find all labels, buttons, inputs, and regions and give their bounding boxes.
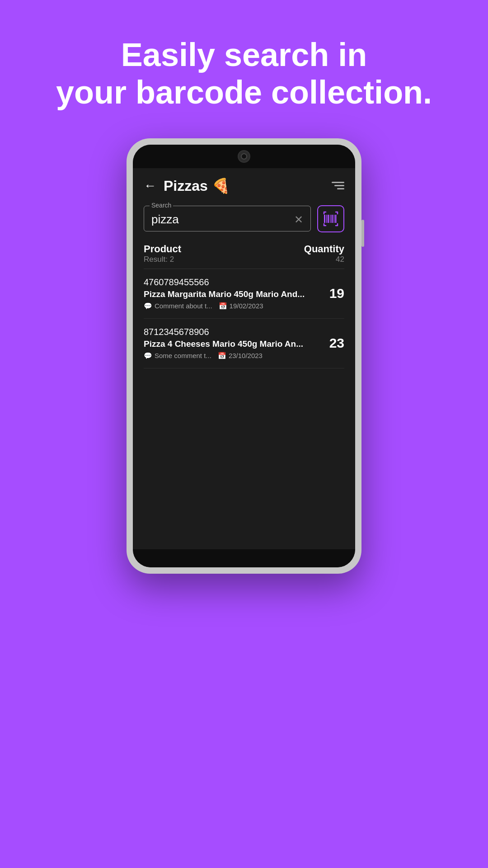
product-list: 4760789455566 Pizza Margarita Mario 450g…	[144, 269, 344, 368]
phone-screen: ← Pizzas 🍕 Search pizza ✕	[133, 145, 355, 567]
filter-line-3	[337, 188, 344, 189]
app-content: ← Pizzas 🍕 Search pizza ✕	[133, 168, 355, 377]
product-col-sub: Result: 2	[144, 255, 304, 264]
product-qty-1: 19	[317, 286, 344, 301]
table-header: Product Result: 2 Quantity 42	[144, 243, 344, 269]
front-camera	[238, 150, 250, 163]
phone-mockup: ← Pizzas 🍕 Search pizza ✕	[127, 138, 361, 574]
table-row[interactable]: 8712345678906 Pizza 4 Cheeses Mario 450g…	[144, 319, 344, 368]
svg-rect-1	[326, 215, 327, 223]
col-qty-header: Quantity 42	[304, 243, 344, 264]
filter-line-2	[334, 185, 344, 186]
hero-title: Easily search in your barcode collection…	[29, 36, 459, 111]
comment-icon-2: 💬	[144, 352, 152, 360]
bottom-bar	[133, 549, 355, 567]
phone-side-button	[361, 220, 364, 247]
search-input[interactable]: pizza	[151, 212, 179, 226]
barcode-number-1: 4760789455566	[144, 277, 310, 288]
calendar-icon-2: 📅	[218, 352, 226, 360]
app-header: ← Pizzas 🍕	[144, 177, 344, 194]
search-field-wrapper: Search pizza ✕	[144, 206, 311, 231]
svg-rect-3	[330, 215, 331, 223]
product-name-1: Pizza Margarita Mario 450g Mario And...	[144, 289, 310, 299]
col-product-header: Product Result: 2	[144, 243, 304, 264]
empty-area	[133, 377, 355, 549]
svg-rect-6	[335, 215, 337, 223]
header-left: ← Pizzas 🍕	[144, 177, 230, 194]
search-label: Search	[150, 202, 173, 209]
comment-icon-1: 💬	[144, 302, 152, 310]
product-col-label: Product	[144, 243, 304, 255]
calendar-icon-1: 📅	[219, 302, 227, 310]
date-text-1: 19/02/2023	[230, 302, 263, 310]
date-meta-2: 📅 23/10/2023	[218, 352, 263, 360]
date-meta-1: 📅 19/02/2023	[219, 302, 263, 310]
barcode-number-2: 8712345678906	[144, 327, 310, 337]
hero-title-line2: your barcode collection.	[56, 74, 432, 110]
barcode-scan-icon	[323, 211, 338, 226]
clear-search-button[interactable]: ✕	[294, 213, 303, 226]
page-title: Pizzas 🍕	[164, 177, 230, 194]
qty-col-label: Quantity	[304, 243, 344, 255]
search-input-row: pizza ✕	[151, 212, 303, 226]
svg-rect-2	[328, 215, 329, 223]
search-section: Search pizza ✕	[144, 205, 344, 232]
product-qty-2: 23	[317, 335, 344, 351]
filter-line-1	[332, 182, 344, 183]
product-name-2: Pizza 4 Cheeses Mario 450g Mario An...	[144, 339, 310, 349]
camera-lens	[241, 153, 247, 160]
product-info-2: 8712345678906 Pizza 4 Cheeses Mario 450g…	[144, 327, 317, 360]
back-button[interactable]: ←	[144, 179, 156, 193]
svg-rect-0	[324, 215, 325, 223]
notch-bar	[133, 145, 355, 168]
table-row[interactable]: 4760789455566 Pizza Margarita Mario 450g…	[144, 269, 344, 319]
product-meta-2: 💬 Some comment t... 📅 23/10/2023	[144, 352, 310, 360]
svg-rect-4	[332, 215, 333, 223]
product-meta-1: 💬 Comment about t... 📅 19/02/2023	[144, 302, 310, 310]
svg-rect-5	[334, 215, 335, 223]
comment-text-1: Comment about t...	[155, 302, 212, 310]
hero-title-line1: Easily search in	[121, 37, 367, 73]
comment-meta-2: 💬 Some comment t...	[144, 352, 211, 360]
comment-text-2: Some comment t...	[155, 352, 211, 359]
qty-col-sub: 42	[304, 255, 344, 264]
barcode-scan-button[interactable]	[317, 205, 344, 232]
product-info-1: 4760789455566 Pizza Margarita Mario 450g…	[144, 277, 317, 310]
filter-button[interactable]	[332, 182, 344, 189]
date-text-2: 23/10/2023	[229, 352, 263, 359]
comment-meta-1: 💬 Comment about t...	[144, 302, 212, 310]
